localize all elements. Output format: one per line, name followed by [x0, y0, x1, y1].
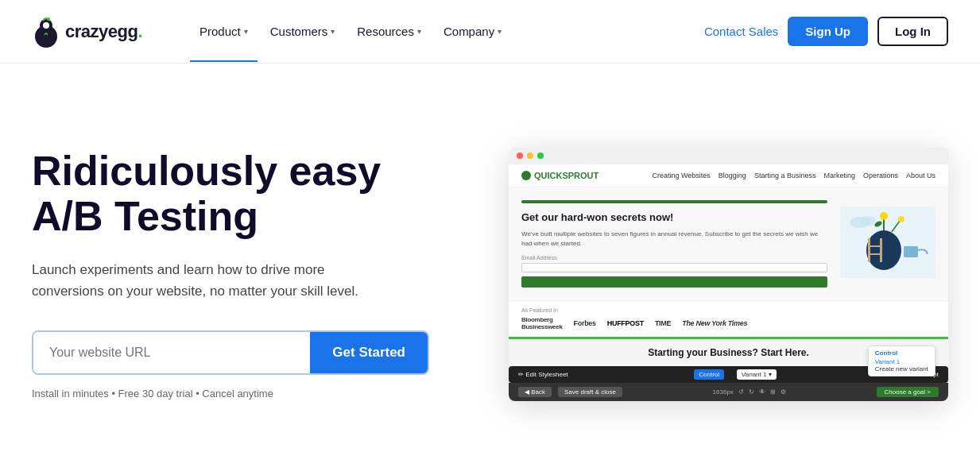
- get-started-button[interactable]: Get Started: [310, 332, 428, 373]
- qs-nav: Creating Websites Blogging Starting a Bu…: [652, 172, 935, 180]
- browser-maximize-dot: [537, 152, 544, 159]
- nav-product[interactable]: Product ▾: [190, 18, 258, 44]
- chevron-down-icon: ▾: [331, 27, 335, 36]
- main-nav: Product ▾ Customers ▾ Resources ▾ Compan…: [190, 18, 704, 44]
- nav-resources[interactable]: Resources ▾: [347, 18, 431, 44]
- zoom-level: 1636px: [713, 388, 734, 396]
- hero-preview: QUICKSPROUT Creating Websites Blogging S…: [509, 147, 948, 401]
- qs-hero-desc: We've built multiple websites to seven f…: [521, 230, 827, 249]
- svg-point-6: [860, 216, 876, 226]
- svg-point-11: [898, 216, 904, 222]
- chevron-down-icon: ▾: [498, 27, 502, 36]
- contact-sales-link[interactable]: Contact Sales: [704, 25, 778, 38]
- browser-chrome: [509, 147, 948, 164]
- variant-badge: Control: [694, 369, 724, 380]
- qs-subscribe-btn: [521, 276, 827, 288]
- qs-email-input: [521, 263, 827, 272]
- undo-icon[interactable]: ↺: [738, 388, 744, 396]
- editor-bottom-bar: ◀ Back Save draft & close 1636px ↺ ↻ 👁 ⊞…: [509, 383, 948, 401]
- nav-right: Contact Sales Sign Up Log In: [704, 17, 948, 46]
- login-button[interactable]: Log In: [877, 17, 948, 46]
- browser-minimize-dot: [527, 152, 533, 159]
- redo-icon[interactable]: ↻: [749, 388, 754, 396]
- context-variant-label: Variant 1: [875, 358, 928, 365]
- signup-button[interactable]: Sign Up: [788, 17, 868, 46]
- press-forbes: Forbes: [574, 319, 596, 327]
- url-form: Get Started: [32, 330, 429, 375]
- editor-section: Starting your Business? Start Here. Cont…: [509, 337, 948, 401]
- svg-point-3: [47, 17, 50, 21]
- context-create-variant[interactable]: Create new variant: [875, 365, 928, 373]
- browser-mockup: QUICKSPROUT Creating Websites Blogging S…: [509, 147, 948, 401]
- choose-goal-btn[interactable]: Choose a goal >: [877, 387, 939, 397]
- qs-green-bar: [521, 200, 827, 203]
- qs-email-label: Email Address: [521, 255, 827, 261]
- chevron-down-icon: ▾: [244, 27, 248, 36]
- qs-hero-illustration: [840, 207, 935, 281]
- editor-center-tools: 1636px ↺ ↻ 👁 ⊞ ⚙: [713, 388, 786, 396]
- qs-featured-section: As Featured In BloombergBusinessweek For…: [509, 300, 948, 337]
- press-nyt: The New York Times: [682, 319, 747, 327]
- nav-customers[interactable]: Customers ▾: [261, 18, 345, 44]
- qs-hero-title: Get our hard-won secrets now!: [521, 211, 827, 225]
- browser-close-dot: [517, 152, 523, 159]
- settings-icon[interactable]: ⚙: [781, 388, 786, 396]
- svg-point-7: [866, 230, 901, 270]
- hero-section: Ridiculously easy A/B Testing Launch exp…: [32, 149, 461, 400]
- svg-rect-14: [868, 238, 870, 262]
- nav-company[interactable]: Company ▾: [434, 18, 511, 44]
- logo[interactable]: crazyegg.: [32, 14, 142, 49]
- qs-hero-left: Get our hard-won secrets now! We've buil…: [521, 200, 827, 288]
- svg-rect-13: [904, 246, 918, 257]
- svg-point-9: [880, 212, 888, 220]
- hero-title: Ridiculously easy A/B Testing: [32, 149, 461, 239]
- qs-logo-icon: [521, 171, 531, 180]
- header: crazyegg. Product ▾ Customers ▾ Resource…: [0, 0, 980, 64]
- context-menu-title: Control: [875, 349, 928, 357]
- back-btn[interactable]: ◀ Back: [518, 387, 552, 397]
- hero-subtitle: Launch experiments and learn how to driv…: [32, 259, 397, 302]
- qs-press-logos: BloombergBusinessweek Forbes HUFFPOST TI…: [521, 316, 935, 330]
- edit-stylesheet-btn[interactable]: ✏ Edit Stylesheet: [518, 371, 568, 378]
- qs-logo: QUICKSPROUT: [521, 171, 598, 180]
- svg-rect-15: [880, 238, 882, 262]
- chevron-down-icon: ▾: [417, 27, 421, 36]
- context-menu: Control Variant 1 Create new variant: [868, 346, 935, 376]
- press-time: TIME: [655, 319, 671, 327]
- hero-fine-print: Install in minutes • Free 30 day trial •…: [32, 388, 461, 400]
- visibility-icon[interactable]: 👁: [759, 388, 765, 396]
- qs-hero-section: Get our hard-won secrets now! We've buil…: [509, 187, 948, 300]
- press-bloomberg: BloombergBusinessweek: [521, 316, 563, 330]
- logo-text: crazyegg.: [65, 21, 142, 42]
- main-content: Ridiculously easy A/B Testing Launch exp…: [0, 64, 980, 469]
- grid-icon[interactable]: ⊞: [770, 388, 776, 396]
- svg-point-2: [43, 22, 49, 29]
- qs-header: QUICKSPROUT Creating Websites Blogging S…: [509, 164, 948, 187]
- url-input[interactable]: [33, 332, 310, 373]
- variant-dropdown[interactable]: Variant 1 ▾: [737, 369, 777, 380]
- qs-featured-label: As Featured In: [521, 307, 935, 313]
- press-huffpost: HUFFPOST: [607, 319, 644, 327]
- save-draft-btn[interactable]: Save draft & close: [558, 387, 622, 397]
